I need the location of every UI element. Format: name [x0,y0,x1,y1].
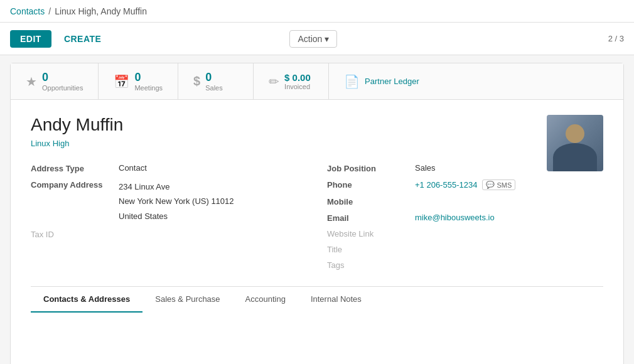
dollar-icon: $ [193,74,200,88]
address-street: 234 Linux Ave [119,179,307,194]
sales-count: 0 [205,71,223,84]
sms-icon: 💬 [486,181,495,189]
breadcrumb-bar: Contacts / Linux High, Andy Muffin [0,0,634,23]
phone-row: Phone +1 206-555-1234 💬 SMS [327,179,603,190]
company-address-label: Company Address [31,179,119,190]
phone-label: Phone [327,179,415,190]
address-country: United States [119,209,307,223]
invoiced-label: Invoiced [284,83,311,90]
contact-avatar [547,115,603,171]
company-link[interactable]: Linux High [31,139,603,148]
action-dropdown-icon: ▾ [325,34,329,44]
tabs-row: Contacts & Addresses Sales & Purchase Ac… [31,286,603,313]
tab-content-area [31,313,603,350]
breadcrumb-separator: / [48,6,51,16]
invoiced-button[interactable]: ✏ $ 0.00 Invoiced [254,63,329,99]
calendar-icon: 📅 [114,74,129,89]
star-icon: ★ [26,74,37,89]
sms-label: SMS [497,181,512,189]
right-fields: Job Position Sales Phone +1 206-555-1234… [327,163,603,276]
opportunities-label: Opportunities [42,84,83,92]
opportunities-button[interactable]: ★ 0 Opportunities [11,63,99,99]
address-city: New York New York (US) 11012 [119,194,307,208]
address-type-label: Address Type [31,163,119,173]
tags-label: Tags [327,260,390,270]
address-type-value: Contact [119,163,307,173]
fields-section: Address Type Contact Company Address 234… [31,163,603,276]
record-navigation: 2 / 3 [608,34,624,43]
job-position-label: Job Position [327,163,415,173]
left-fields: Address Type Contact Company Address 234… [31,163,307,276]
sms-badge[interactable]: 💬 SMS [482,179,515,190]
email-value[interactable]: mike@hibousweets.io [415,213,495,222]
email-row: Email mike@hibousweets.io [327,213,603,223]
tab-sales-purchase[interactable]: Sales & Purchase [142,287,232,313]
tax-id-label: Tax ID [31,230,94,239]
edit-icon: ✏ [269,74,279,89]
company-address-row: Company Address 234 Linux Ave New York N… [31,179,307,223]
partner-ledger-button[interactable]: 📄 Partner Ledger [329,63,434,99]
action-label: Action [298,34,322,44]
ledger-icon: 📄 [344,74,360,89]
sales-label: Sales [205,84,223,92]
sales-button[interactable]: $ 0 Sales [178,63,254,99]
record-body: Andy Muffin Linux High Address Type Cont… [11,100,623,364]
tags-row: Tags [327,260,603,270]
opportunities-count: 0 [42,71,83,84]
breadcrumb-parent[interactable]: Contacts [10,6,45,16]
tab-contacts-addresses[interactable]: Contacts & Addresses [31,287,142,313]
partner-ledger-label: Partner Ledger [365,77,419,86]
meetings-count: 0 [134,71,163,84]
edit-button[interactable]: EDIT [10,30,51,48]
main-content: ★ 0 Opportunities 📅 0 Meetings $ 0 Sales [0,55,634,364]
avatar-image [547,115,603,171]
create-button[interactable]: CREATE [56,30,109,48]
breadcrumb-current: Linux High, Andy Muffin [55,6,147,16]
address-value: 234 Linux Ave New York New York (US) 110… [119,179,307,223]
action-button[interactable]: Action ▾ [289,30,337,48]
address-type-row: Address Type Contact [31,163,307,173]
tab-accounting[interactable]: Accounting [233,287,298,313]
phone-value-container: +1 206-555-1234 💬 SMS [415,179,515,190]
email-label: Email [327,213,415,223]
invoiced-amount: $ 0.00 [284,72,311,83]
website-row: Website Link [327,229,603,238]
mobile-label: Mobile [327,196,415,206]
title-row: Title [327,245,603,254]
website-label: Website Link [327,229,390,238]
mobile-row: Mobile [327,196,603,206]
meetings-label: Meetings [134,84,163,92]
smart-buttons-row: ★ 0 Opportunities 📅 0 Meetings $ 0 Sales [11,63,623,100]
toolbar: EDIT CREATE Action ▾ 2 / 3 [0,23,634,55]
contact-name: Andy Muffin [31,115,603,135]
record-card: ★ 0 Opportunities 📅 0 Meetings $ 0 Sales [10,63,624,364]
tax-id-row: Tax ID [31,230,307,239]
meetings-button[interactable]: 📅 0 Meetings [99,63,178,99]
tab-internal-notes[interactable]: Internal Notes [298,287,374,313]
phone-value[interactable]: +1 206-555-1234 [415,180,477,190]
title-label: Title [327,245,390,254]
